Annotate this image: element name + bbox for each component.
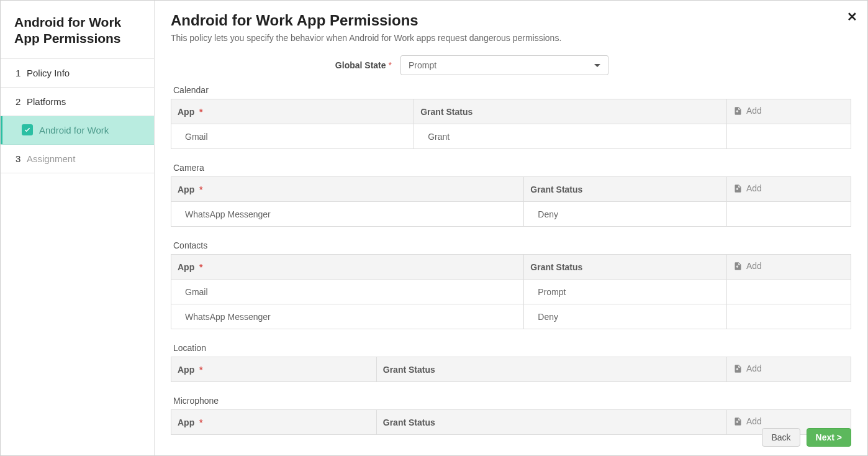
add-button[interactable]: Add <box>733 261 762 271</box>
app-cell: WhatsApp Messenger <box>171 202 524 227</box>
nav-step-number: 3 <box>16 153 27 164</box>
page-title: Android for Work App Permissions <box>171 12 851 29</box>
sidebar-item-platforms[interactable]: 2Platforms <box>1 88 154 116</box>
section-location: LocationApp *Grant StatusAdd <box>171 343 851 382</box>
sidebar-item-assignment[interactable]: 3Assignment <box>1 145 154 173</box>
section-camera: CameraApp *Grant StatusAddWhatsApp Messe… <box>171 163 851 227</box>
nav-step-number: 1 <box>16 68 27 78</box>
main-panel: ✕ Android for Work App Permissions This … <box>155 1 867 455</box>
required-asterisk: * <box>386 60 392 70</box>
section-calendar: CalendarApp *Grant StatusAddGmailGrant <box>171 85 851 149</box>
section-title: Microphone <box>171 396 851 406</box>
col-header-add: Add <box>727 255 851 280</box>
col-header-app: App * <box>171 410 377 435</box>
app-cell: Gmail <box>171 124 414 149</box>
row-actions <box>727 304 851 329</box>
status-cell: Prompt <box>524 280 727 304</box>
check-icon <box>22 124 33 135</box>
permission-table: App *Grant StatusAddGmailPromptWhatsApp … <box>171 254 851 329</box>
sidebar-item-label: Android for Work <box>39 125 109 135</box>
section-contacts: ContactsApp *Grant StatusAddGmailPromptW… <box>171 240 851 329</box>
col-header-add: Add <box>727 177 851 202</box>
required-asterisk: * <box>197 365 202 375</box>
chevron-down-icon <box>594 64 600 67</box>
col-header-app: App * <box>171 357 377 382</box>
col-header-app: App * <box>171 255 524 280</box>
app-cell: Gmail <box>171 280 524 304</box>
sidebar-title: Android for Work App Permissions <box>1 1 154 59</box>
table-row[interactable]: GmailGrant <box>171 124 851 149</box>
col-header-status: Grant Status <box>524 177 727 202</box>
status-cell: Grant <box>414 124 727 149</box>
section-title: Contacts <box>171 240 851 250</box>
required-asterisk: * <box>197 417 202 427</box>
col-header-status: Grant Status <box>376 410 726 435</box>
permission-sections: CalendarApp *Grant StatusAddGmailGrantCa… <box>171 85 851 435</box>
col-header-app: App * <box>171 177 524 202</box>
col-header-app: App * <box>171 99 414 124</box>
sidebar-item-policy-info[interactable]: 1Policy Info <box>1 59 154 88</box>
status-cell: Deny <box>524 202 727 227</box>
col-header-add: Add <box>727 99 851 124</box>
table-row[interactable]: WhatsApp MessengerDeny <box>171 304 851 329</box>
app-cell: WhatsApp Messenger <box>171 304 524 329</box>
add-label: Add <box>746 106 762 116</box>
add-button[interactable]: Add <box>733 416 762 426</box>
permission-table: App *Grant StatusAdd <box>171 409 851 435</box>
add-label: Add <box>746 363 762 373</box>
global-state-row: Global State* Prompt <box>171 55 851 75</box>
next-button[interactable]: Next > <box>807 428 851 447</box>
required-asterisk: * <box>197 262 202 272</box>
sidebar-item-label: Policy Info <box>27 68 70 78</box>
add-label: Add <box>746 261 762 271</box>
footer-bar: Back Next > <box>762 428 851 447</box>
global-state-select[interactable]: Prompt <box>400 55 608 75</box>
section-title: Camera <box>171 163 851 173</box>
add-label: Add <box>746 183 762 193</box>
permission-table: App *Grant StatusAdd <box>171 357 851 382</box>
sidebar-item-label: Assignment <box>27 153 75 164</box>
row-actions <box>727 124 851 149</box>
add-label: Add <box>746 416 762 426</box>
back-button[interactable]: Back <box>762 428 800 447</box>
sidebar-item-label: Platforms <box>27 96 66 107</box>
permission-table: App *Grant StatusAddGmailGrant <box>171 99 851 149</box>
add-button[interactable]: Add <box>733 183 762 193</box>
page-subtitle: This policy lets you specify the behavio… <box>171 33 851 43</box>
section-title: Calendar <box>171 85 851 95</box>
table-row[interactable]: WhatsApp MessengerDeny <box>171 202 851 227</box>
permission-table: App *Grant StatusAddWhatsApp MessengerDe… <box>171 176 851 227</box>
table-row[interactable]: GmailPrompt <box>171 280 851 304</box>
section-microphone: MicrophoneApp *Grant StatusAdd <box>171 396 851 435</box>
add-button[interactable]: Add <box>733 106 762 116</box>
col-header-status: Grant Status <box>376 357 726 382</box>
required-asterisk: * <box>197 107 202 117</box>
sidebar: Android for Work App Permissions 1Policy… <box>1 1 155 455</box>
close-icon[interactable]: ✕ <box>847 9 857 24</box>
sidebar-nav: 1Policy Info2PlatformsAndroid for Work3A… <box>1 59 154 173</box>
row-actions <box>727 280 851 304</box>
sidebar-item-android-for-work[interactable]: Android for Work <box>1 116 154 145</box>
row-actions <box>727 202 851 227</box>
col-header-status: Grant Status <box>414 99 727 124</box>
global-state-value: Prompt <box>409 60 436 70</box>
col-header-status: Grant Status <box>524 255 727 280</box>
status-cell: Deny <box>524 304 727 329</box>
required-asterisk: * <box>197 185 202 194</box>
add-button[interactable]: Add <box>733 363 762 373</box>
section-title: Location <box>171 343 851 353</box>
col-header-add: Add <box>727 357 851 382</box>
nav-step-number: 2 <box>16 96 27 107</box>
global-state-label: Global State <box>335 60 386 70</box>
